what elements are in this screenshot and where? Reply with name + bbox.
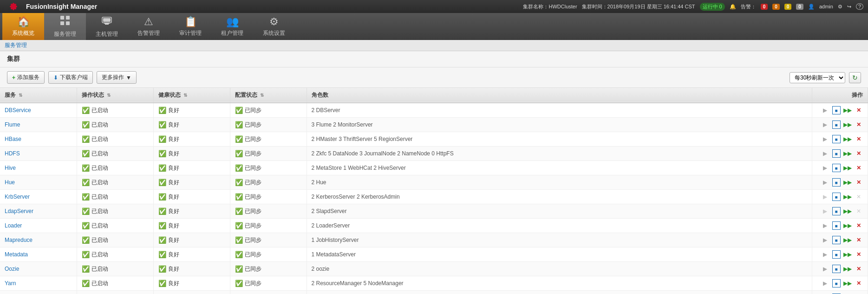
play-icon[interactable]: ▶ xyxy=(821,265,829,273)
service-link[interactable]: DBService xyxy=(5,107,31,114)
breadcrumb-item[interactable]: 服务管理 xyxy=(5,41,27,49)
play-icon[interactable]: ▶ xyxy=(821,120,829,129)
play-icon[interactable]: ▶ xyxy=(821,236,829,244)
delete-icon[interactable]: ✕ xyxy=(855,135,863,143)
restart-icon[interactable]: ▶▶ xyxy=(843,265,852,273)
stop-icon[interactable]: ■ xyxy=(832,207,841,215)
nav-auditmgr-icon: 📋 xyxy=(184,16,197,28)
service-link[interactable]: HDFS xyxy=(5,150,20,157)
refresh-interval-select[interactable]: 每30秒刷新一次 每60秒刷新一次 不自动刷新 xyxy=(790,72,845,83)
refresh-button[interactable]: ↻ xyxy=(849,72,861,83)
config-cell: ✅已同步 xyxy=(230,118,307,132)
service-link[interactable]: Loader xyxy=(5,222,22,229)
col-roles[interactable]: 角色数 xyxy=(307,88,812,103)
restart-icon[interactable]: ▶▶ xyxy=(843,178,852,187)
stop-icon[interactable]: ■ xyxy=(832,178,841,187)
col-config[interactable]: 配置状态 ⇅ xyxy=(230,88,307,103)
settings-icon[interactable]: ⚙ xyxy=(838,4,842,10)
restart-icon[interactable]: ▶▶ xyxy=(843,135,852,143)
play-icon[interactable]: ▶ xyxy=(821,149,829,158)
delete-icon[interactable]: ✕ xyxy=(855,149,863,158)
nav-alertmgr[interactable]: ⚠ 告警管理 xyxy=(128,13,170,40)
service-link[interactable]: LdapServer xyxy=(5,208,33,214)
nav-settings[interactable]: ⚙ 系统设置 xyxy=(253,13,295,40)
restart-icon[interactable]: ▶▶ xyxy=(843,279,852,287)
restart-icon[interactable]: ▶▶ xyxy=(843,193,852,201)
op-status-text: 已启动 xyxy=(91,121,108,129)
stop-icon[interactable]: ■ xyxy=(832,120,841,129)
nav-tenantmgr[interactable]: 👥 租户管理 xyxy=(211,13,253,40)
delete-icon[interactable]: ✕ xyxy=(855,164,863,172)
nav-auditmgr[interactable]: 📋 审计管理 xyxy=(170,13,211,40)
service-link[interactable]: HBase xyxy=(5,136,21,142)
op-status-cell: ✅已启动 xyxy=(77,233,153,247)
restart-icon[interactable]: ▶▶ xyxy=(843,164,852,172)
play-icon[interactable]: ▶ xyxy=(821,178,829,187)
service-link[interactable]: Hue xyxy=(5,179,15,186)
play-icon[interactable]: ▶ xyxy=(821,279,829,287)
delete-icon[interactable]: ✕ xyxy=(855,250,863,259)
nav-hostmgr[interactable]: 主机管理 xyxy=(86,13,128,40)
op-status-cell: ✅已启动 xyxy=(77,291,153,294)
delete-icon[interactable]: ✕ xyxy=(855,279,863,287)
restart-icon[interactable]: ▶▶ xyxy=(843,149,852,158)
col-health[interactable]: 健康状态 ⇅ xyxy=(153,88,230,103)
stop-icon[interactable]: ■ xyxy=(832,193,841,201)
play-icon[interactable]: ▶ xyxy=(821,164,829,172)
stop-icon[interactable]: ■ xyxy=(832,135,841,143)
service-link[interactable]: Flume xyxy=(5,121,20,128)
play-icon[interactable]: ▶ xyxy=(821,106,829,114)
play-icon[interactable]: ▶ xyxy=(821,250,829,259)
delete-icon[interactable]: ✕ xyxy=(855,106,863,114)
stop-icon[interactable]: ■ xyxy=(832,164,841,172)
col-service[interactable]: 服务 ⇅ xyxy=(0,88,77,103)
config-cell: ✅已同步 xyxy=(230,147,307,161)
config-text: 已同步 xyxy=(245,107,261,114)
alert-other-count: 0 xyxy=(798,4,801,9)
delete-icon[interactable]: ✕ xyxy=(855,120,863,129)
service-cell: Hue xyxy=(0,175,77,190)
delete-icon[interactable]: ✕ xyxy=(855,236,863,244)
play-icon[interactable]: ▶ xyxy=(821,221,829,230)
stop-icon[interactable]: ■ xyxy=(832,236,841,244)
logout-icon[interactable]: ↪ xyxy=(847,4,851,10)
health-text: 良好 xyxy=(168,236,179,244)
restart-icon[interactable]: ▶▶ xyxy=(843,120,852,129)
user-name[interactable]: admin xyxy=(819,4,833,9)
restart-icon[interactable]: ▶▶ xyxy=(843,221,852,230)
service-link[interactable]: Hive xyxy=(5,165,16,171)
service-link[interactable]: Mapreduce xyxy=(5,237,33,243)
roles-cell: 2 ResourceManager 5 NodeManager xyxy=(307,276,812,291)
help-icon[interactable]: ? xyxy=(856,3,863,10)
nav-sysview[interactable]: 🏠 系统概览 xyxy=(2,13,44,40)
play-icon[interactable]: ▶ xyxy=(821,135,829,143)
op-status-cell: ✅已启动 xyxy=(77,276,153,291)
add-service-button[interactable]: + 添加服务 xyxy=(7,71,45,84)
op-status-cell: ✅已启动 xyxy=(77,247,153,262)
stop-icon[interactable]: ■ xyxy=(832,106,841,114)
stop-icon[interactable]: ■ xyxy=(832,221,841,230)
restart-icon[interactable]: ▶▶ xyxy=(843,207,852,215)
col-op-status[interactable]: 操作状态 ⇅ xyxy=(77,88,153,103)
restart-icon[interactable]: ▶▶ xyxy=(843,236,852,244)
delete-icon[interactable]: ✕ xyxy=(855,265,863,273)
more-ops-button[interactable]: 更多操作 ▼ xyxy=(97,71,137,84)
delete-icon[interactable]: ✕ xyxy=(855,178,863,187)
service-link[interactable]: Oozie xyxy=(5,266,19,272)
nav-svcmgr[interactable]: 服务管理 xyxy=(44,13,86,40)
op-status-text: 已启动 xyxy=(91,265,108,273)
cluster-name: 集群名称：HWDCluster xyxy=(523,3,577,10)
restart-icon[interactable]: ▶▶ xyxy=(843,250,852,259)
service-link[interactable]: Yarn xyxy=(5,280,16,287)
config-text: 已同步 xyxy=(245,236,261,244)
stop-icon[interactable]: ■ xyxy=(832,279,841,287)
service-link[interactable]: KrbServer xyxy=(5,194,30,200)
service-link[interactable]: Metadata xyxy=(5,251,28,258)
service-cell: LdapServer xyxy=(0,204,77,219)
stop-icon[interactable]: ■ xyxy=(832,265,841,273)
download-client-button[interactable]: ⬇ 下载客户端 xyxy=(48,71,93,84)
delete-icon[interactable]: ✕ xyxy=(855,221,863,230)
stop-icon[interactable]: ■ xyxy=(832,149,841,158)
restart-icon[interactable]: ▶▶ xyxy=(843,106,852,114)
stop-icon[interactable]: ■ xyxy=(832,250,841,259)
